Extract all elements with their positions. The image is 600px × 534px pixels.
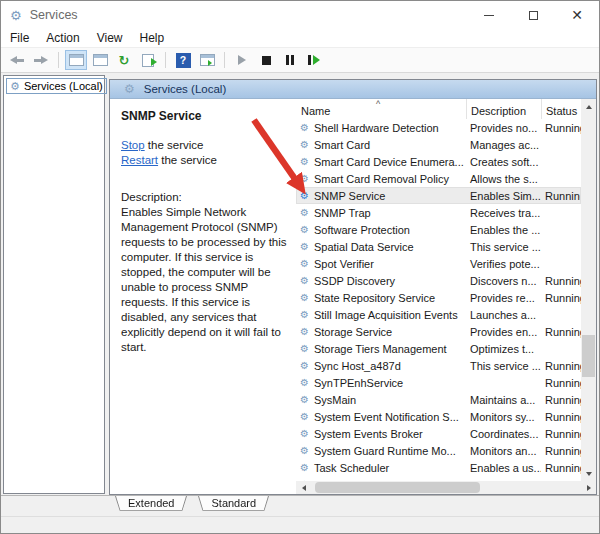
table-row[interactable]: ⚙Smart CardManages ac...	[296, 136, 581, 153]
show-console-tree-button[interactable]	[65, 50, 87, 70]
refresh-button[interactable]: ↻	[113, 50, 135, 70]
table-row[interactable]: ⚙System Events BrokerCoordinates...Runni…	[296, 425, 581, 442]
panel-header-title: Services (Local)	[144, 83, 226, 95]
table-row[interactable]: ⚙Sync Host_a487dThis service ...Running	[296, 357, 581, 374]
horizontal-scrollbar[interactable]	[296, 481, 596, 494]
tab-standard[interactable]: Standard	[198, 496, 269, 513]
menu-help[interactable]: Help	[140, 31, 165, 45]
service-name: System Events Broker	[314, 428, 423, 440]
service-description: Manages ac...	[466, 139, 541, 151]
restart-service-link[interactable]: Restart	[121, 154, 158, 166]
column-header-status[interactable]: Status	[541, 99, 581, 119]
refresh-icon: ↻	[119, 54, 130, 67]
service-gear-icon: ⚙	[300, 225, 309, 235]
list-header: Name ^ Description Status	[296, 99, 581, 119]
service-description: Verifies pote...	[466, 258, 541, 270]
service-name: System Guard Runtime Mo...	[314, 445, 456, 457]
description-text: Enables Simple Network Management Protoc…	[121, 205, 293, 355]
restart-link-suffix: the service	[158, 154, 217, 166]
table-row[interactable]: ⚙Storage ServiceProvides en...Running	[296, 323, 581, 340]
table-row[interactable]: ⚙Software ProtectionEnables the ...	[296, 221, 581, 238]
service-description: Receives tra...	[466, 207, 541, 219]
scroll-down-icon[interactable]	[581, 466, 596, 481]
stop-service-link[interactable]: Stop	[121, 139, 145, 151]
scroll-right-icon[interactable]	[581, 481, 596, 494]
stop-service-icon	[262, 56, 271, 65]
service-name: System Event Notification S...	[314, 411, 459, 423]
service-name: Software Protection	[314, 224, 410, 236]
close-button[interactable]: ✕	[555, 1, 599, 29]
table-row[interactable]: ⚙Still Image Acquisition EventsLaunches …	[296, 306, 581, 323]
scroll-up-icon[interactable]	[581, 99, 596, 114]
table-row[interactable]: ⚙Smart Card Device Enumera...Creates sof…	[296, 153, 581, 170]
tree-item-services-local[interactable]: ⚙ Services (Local)	[6, 78, 107, 94]
scroll-left-icon[interactable]	[296, 481, 311, 494]
service-gear-icon: ⚙	[300, 208, 309, 218]
service-description: Discovers n...	[466, 275, 541, 287]
service-status: Running	[541, 190, 581, 202]
table-row[interactable]: ⚙SNMP ServiceEnables Sim...Running	[296, 187, 581, 204]
column-header-name[interactable]: Name ^	[296, 99, 466, 119]
service-name: Smart Card Device Enumera...	[314, 156, 464, 168]
menu-file[interactable]: File	[10, 31, 29, 45]
minimize-button[interactable]	[467, 1, 511, 29]
service-name: SNMP Service	[314, 190, 385, 202]
panel-gear-icon: ⚙	[124, 83, 135, 95]
table-row[interactable]: ⚙Task SchedulerEnables a us...Running	[296, 459, 581, 476]
vertical-scrollbar[interactable]	[581, 99, 596, 481]
horizontal-scroll-thumb[interactable]	[315, 482, 480, 493]
table-row[interactable]: ⚙Shell Hardware DetectionProvides no...R…	[296, 119, 581, 136]
service-description: Enables a us...	[466, 462, 541, 474]
service-description: This service ...	[466, 241, 541, 253]
properties-button[interactable]	[89, 50, 111, 70]
service-gear-icon: ⚙	[300, 395, 309, 405]
service-gear-icon: ⚙	[300, 446, 309, 456]
service-gear-icon: ⚙	[300, 191, 309, 201]
details-panel: ⚙ Services (Local) SNMP Service Stop the…	[109, 79, 597, 495]
export-list-button[interactable]	[137, 50, 159, 70]
stop-service-button[interactable]	[255, 50, 277, 70]
pause-service-button[interactable]	[279, 50, 301, 70]
table-row[interactable]: ⚙SSDP DiscoveryDiscovers n...Running	[296, 272, 581, 289]
description-label: Description:	[121, 190, 288, 205]
column-name-label: Name	[301, 105, 330, 117]
column-header-description[interactable]: Description	[466, 99, 541, 119]
service-status: Running	[541, 445, 581, 457]
table-row[interactable]: ⚙System Guard Runtime Mo...Monitors an..…	[296, 442, 581, 459]
back-icon	[10, 56, 24, 65]
help-button[interactable]: ?	[172, 50, 194, 70]
table-row[interactable]: ⚙SNMP TrapReceives tra...	[296, 204, 581, 221]
menu-action[interactable]: Action	[46, 31, 79, 45]
service-gear-icon: ⚙	[300, 259, 309, 269]
restart-service-button[interactable]	[303, 50, 325, 70]
services-gear-icon: ⚙	[10, 81, 20, 92]
service-description: Maintains a...	[466, 394, 541, 406]
service-description: Monitors sy...	[466, 411, 541, 423]
menu-view[interactable]: View	[97, 31, 123, 45]
console-tree: ⚙ Services (Local)	[3, 75, 105, 494]
table-row[interactable]: ⚙Smart Card Removal PolicyAllows the s..…	[296, 170, 581, 187]
show-action-pane-button[interactable]	[196, 50, 218, 70]
table-row[interactable]: ⚙Spatial Data ServiceThis service ...	[296, 238, 581, 255]
table-row[interactable]: ⚙Storage Tiers ManagementOptimizes t...	[296, 340, 581, 357]
service-status: Running	[541, 462, 581, 474]
service-gear-icon: ⚙	[300, 242, 309, 252]
table-row[interactable]: ⚙State Repository ServiceProvides re...R…	[296, 289, 581, 306]
stop-link-suffix: the service	[145, 139, 204, 151]
tab-extended[interactable]: Extended	[115, 496, 187, 513]
service-name: Still Image Acquisition Events	[314, 309, 458, 321]
back-button[interactable]	[6, 50, 28, 70]
table-row[interactable]: ⚙Spot VerifierVerifies pote...	[296, 255, 581, 272]
table-row[interactable]: ⚙System Event Notification S...Monitors …	[296, 408, 581, 425]
panel-content: SNMP Service Stop the service Restart th…	[110, 99, 596, 494]
maximize-button[interactable]	[511, 1, 555, 29]
vertical-scroll-thumb[interactable]	[582, 335, 595, 377]
service-description: Enables Sim...	[466, 190, 541, 202]
start-service-icon	[238, 55, 246, 65]
table-row[interactable]: ⚙SynTPEnhServiceRunning	[296, 374, 581, 391]
service-gear-icon: ⚙	[300, 463, 309, 473]
start-service-button[interactable]	[231, 50, 253, 70]
table-row[interactable]: ⚙SysMainMaintains a...Running	[296, 391, 581, 408]
service-name: SynTPEnhService	[314, 377, 403, 389]
forward-button[interactable]	[30, 50, 52, 70]
